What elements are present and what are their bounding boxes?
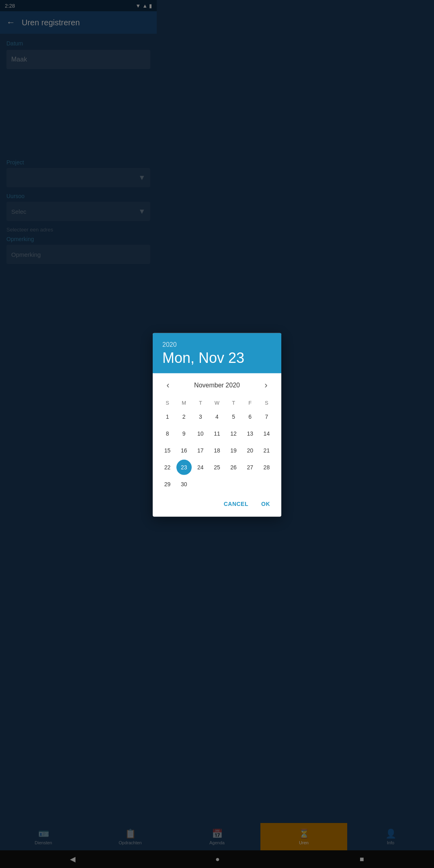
modal-overlay [0,0,157,313]
